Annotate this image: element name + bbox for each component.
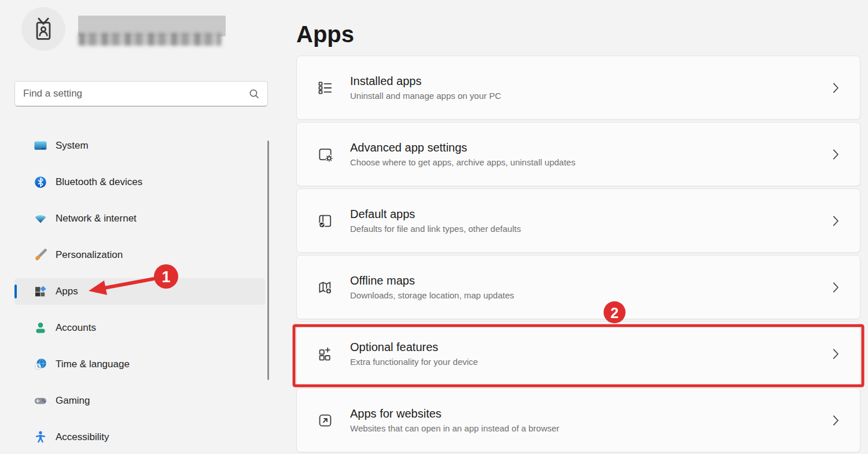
settings-card-list: Installed apps Uninstall and manage apps… <box>296 56 860 454</box>
search-icon[interactable] <box>248 88 260 99</box>
sidebar-item-label: Bluetooth & devices <box>56 176 142 188</box>
optional-features-icon <box>317 345 334 363</box>
settings-window: System Bluetooth & devices Network & int… <box>0 0 868 454</box>
offline-maps-icon <box>317 279 334 296</box>
default-apps-icon <box>317 212 334 230</box>
apps-for-websites-icon <box>317 412 334 429</box>
bluetooth-icon <box>34 175 47 189</box>
sidebar-item-accounts[interactable]: Accounts <box>14 315 265 341</box>
sidebar-item-label: Gaming <box>56 395 90 407</box>
sidebar-item-apps[interactable]: Apps <box>14 278 265 305</box>
sidebar-item-label: Accounts <box>56 322 96 334</box>
chevron-right-icon <box>833 348 839 359</box>
card-installed-apps[interactable]: Installed apps Uninstall and manage apps… <box>296 56 860 120</box>
sidebar-item-personalization[interactable]: Personalization <box>14 242 265 268</box>
card-title: Default apps <box>350 208 521 221</box>
chevron-right-icon <box>833 415 839 426</box>
search-input[interactable] <box>15 82 248 106</box>
card-title: Offline maps <box>350 274 514 287</box>
sidebar-item-label: Personalization <box>56 249 123 261</box>
card-subtitle: Choose where to get apps, archive apps, … <box>350 157 575 167</box>
chevron-right-icon <box>833 82 839 93</box>
card-subtitle: Defaults for file and link types, other … <box>350 224 521 234</box>
sidebar-item-label: System <box>56 140 89 152</box>
card-title: Optional features <box>350 341 478 354</box>
advanced-app-settings-icon <box>317 146 334 163</box>
card-title: Installed apps <box>350 75 501 88</box>
page-title: Apps <box>296 18 354 50</box>
chevron-right-icon <box>833 282 839 293</box>
sidebar-item-label: Time & language <box>56 359 130 370</box>
sidebar-item-label: Apps <box>56 286 78 297</box>
chevron-right-icon <box>833 149 839 160</box>
accounts-icon <box>34 321 47 335</box>
gaming-icon <box>34 394 47 408</box>
sidebar-item-accessibility[interactable]: Accessibility <box>14 424 265 451</box>
system-icon <box>34 139 47 153</box>
card-subtitle: Downloads, storage location, map updates <box>350 290 514 300</box>
card-apps-for-websites[interactable]: Apps for websites Websites that can open… <box>296 388 860 452</box>
search-box <box>14 81 268 106</box>
card-optional-features[interactable]: Optional features Extra functionality fo… <box>296 322 860 386</box>
sidebar-item-label: Network & internet <box>56 213 137 224</box>
user-avatar[interactable] <box>21 7 65 51</box>
sidebar-item-bluetooth-devices[interactable]: Bluetooth & devices <box>14 169 265 195</box>
sidebar-item-time-language[interactable]: Time & language <box>14 351 265 378</box>
id-badge-icon <box>30 15 57 43</box>
card-subtitle: Extra functionality for your device <box>350 357 478 367</box>
sidebar-item-label: Accessibility <box>56 431 109 443</box>
network-icon <box>34 212 47 226</box>
sidebar-item-network-internet[interactable]: Network & internet <box>14 205 265 232</box>
accessibility-icon <box>34 430 47 444</box>
sidebar-scrollbar[interactable] <box>267 141 269 380</box>
card-default-apps[interactable]: Default apps Defaults for file and link … <box>296 189 860 253</box>
personalization-icon <box>34 248 47 262</box>
card-subtitle: Uninstall and manage apps on your PC <box>350 91 501 101</box>
card-offline-maps[interactable]: Offline maps Downloads, storage location… <box>296 255 860 319</box>
card-title: Advanced app settings <box>350 141 575 154</box>
sidebar-item-system[interactable]: System <box>14 132 265 159</box>
card-title: Apps for websites <box>350 407 560 420</box>
chevron-right-icon <box>833 215 839 226</box>
sidebar-nav: System Bluetooth & devices Network & int… <box>14 132 265 454</box>
card-subtitle: Websites that can open in an app instead… <box>350 423 560 433</box>
apps-icon <box>34 285 47 298</box>
card-advanced-app-settings[interactable]: Advanced app settings Choose where to ge… <box>296 122 860 186</box>
installed-apps-icon <box>317 79 334 97</box>
sidebar-item-gaming[interactable]: Gaming <box>14 387 265 414</box>
user-email-redacted <box>79 33 221 46</box>
time-language-icon <box>34 357 47 371</box>
